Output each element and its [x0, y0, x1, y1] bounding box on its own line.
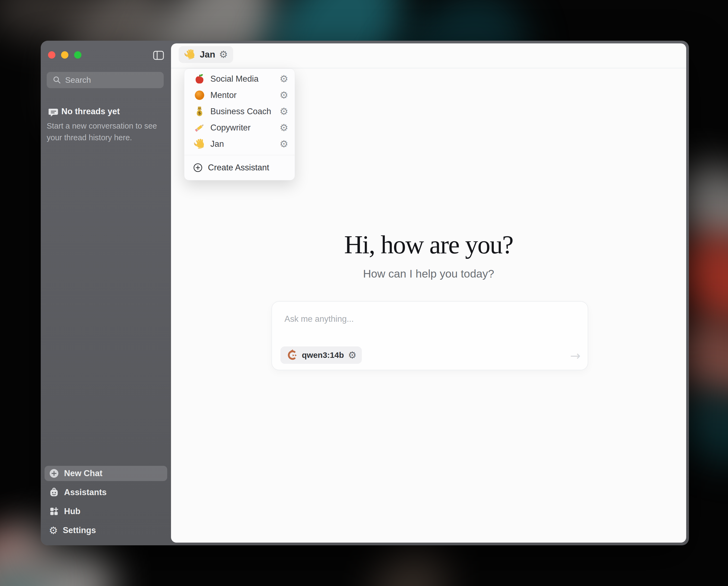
menu-separator [184, 155, 295, 155]
empty-state-title: No threads yet [61, 107, 120, 116]
settings-gear-icon: ⚙ [49, 526, 58, 536]
greeting-title: Hi, how are you? [171, 232, 686, 258]
plus-circle-icon [49, 468, 59, 479]
menu-item-label: Business Coach [210, 107, 271, 116]
search-icon [53, 76, 61, 84]
gear-icon[interactable]: ⚙ [348, 350, 356, 360]
sidebar: Search No threads yet Start a new conver… [41, 41, 171, 545]
empty-state-description: your thread history here. [47, 133, 132, 142]
menu-item-copywriter[interactable]: Copywriter ⚙ [184, 119, 295, 136]
sidebar-toggle-button[interactable] [153, 51, 164, 60]
menu-item-label: Create Assistant [208, 163, 269, 172]
zoom-button[interactable] [74, 51, 81, 59]
menu-item-create-assistant[interactable]: Create Assistant [184, 158, 295, 178]
greeting-subtitle: How can I help you today? [171, 267, 686, 280]
model-name: qwen3:14b [302, 350, 344, 360]
send-arrow-icon[interactable]: → [570, 348, 580, 363]
menu-item-label: Jan [210, 139, 224, 149]
sidebar-item-settings[interactable]: ⚙ Settings [45, 523, 167, 538]
chat-composer: qwen3:14b ⚙ → [271, 301, 588, 370]
hub-icon [49, 506, 59, 516]
assistant-selector-button[interactable]: Jan ⚙ [179, 46, 233, 63]
empty-state-description: Start a new conversation to see [47, 122, 157, 131]
desktop: Search No threads yet Start a new conver… [0, 0, 728, 586]
money-bag-icon: $ [193, 106, 206, 117]
pencil-icon [193, 122, 206, 134]
chat-bubble-icon [49, 108, 58, 118]
sidebar-toggle-icon [153, 51, 164, 60]
menu-item-label: Social Media [210, 74, 258, 84]
sidebar-item-assistants[interactable]: Assistants [45, 485, 167, 500]
menu-item-label: Copywriter [210, 123, 251, 133]
assistant-selector-label: Jan [200, 49, 215, 60]
plus-circle-outline-icon [193, 163, 203, 172]
gear-icon[interactable]: ⚙ [280, 107, 288, 116]
window-controls [48, 51, 81, 59]
llama-model-icon [286, 349, 298, 361]
menu-item-jan[interactable]: Jan ⚙ [184, 136, 295, 152]
sidebar-item-new-chat[interactable]: New Chat [45, 466, 167, 481]
svg-text:$: $ [198, 110, 201, 115]
menu-item-social-media[interactable]: Social Media ⚙ [184, 71, 295, 87]
close-button[interactable] [48, 51, 55, 59]
app-window: Search No threads yet Start a new conver… [41, 41, 689, 545]
gear-icon[interactable]: ⚙ [280, 139, 288, 149]
gear-icon[interactable]: ⚙ [280, 74, 288, 84]
menu-item-label: Mentor [210, 90, 236, 100]
message-input[interactable] [284, 314, 529, 337]
apple-icon [193, 73, 206, 85]
sidebar-item-label: Hub [64, 507, 80, 516]
menu-item-mentor[interactable]: Mentor ⚙ [184, 87, 295, 103]
sidebar-item-hub[interactable]: Hub [45, 504, 167, 519]
gear-icon[interactable]: ⚙ [219, 50, 228, 59]
model-selector-button[interactable]: qwen3:14b ⚙ [280, 346, 362, 364]
topbar: Jan ⚙ [171, 44, 686, 69]
sidebar-item-label: Settings [63, 526, 96, 535]
menu-item-business-coach[interactable]: $ Business Coach ⚙ [184, 103, 295, 119]
sidebar-item-label: Assistants [64, 487, 107, 497]
search-input[interactable]: Search [47, 72, 164, 88]
gear-icon[interactable]: ⚙ [280, 90, 288, 100]
orange-circle-icon [193, 89, 206, 101]
main-panel: Jan ⚙ Social Media ⚙ [171, 44, 686, 542]
greeting: Hi, how are you? How can I help you toda… [171, 232, 686, 280]
sidebar-item-label: New Chat [64, 469, 102, 478]
gear-icon[interactable]: ⚙ [280, 123, 288, 133]
search-placeholder: Search [65, 75, 91, 85]
minimize-button[interactable] [61, 51, 69, 59]
assistants-icon [49, 487, 59, 498]
waving-hand-icon [184, 49, 196, 60]
assistant-menu: Social Media ⚙ Mentor ⚙ [184, 69, 295, 180]
waving-hand-icon [193, 138, 206, 150]
